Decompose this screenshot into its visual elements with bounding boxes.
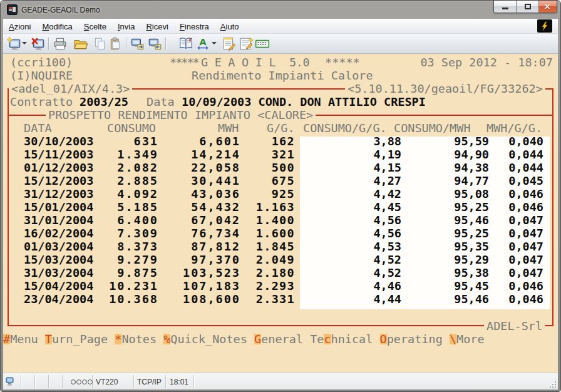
app-icon [7, 4, 18, 15]
table-cell: 162 [201, 135, 295, 148]
table-cell: 4,56 [307, 227, 401, 240]
dropdown-arrow-icon[interactable] [22, 42, 27, 44]
table-cell: 675 [201, 174, 295, 187]
table-cell: 1.400 [201, 214, 295, 227]
statusbar-separator [62, 375, 63, 388]
table-cell: 0,046 [450, 187, 543, 200]
toolbar-separator [48, 38, 49, 50]
table-cell: 0,047 [450, 253, 543, 266]
host-tag: <adel_01/AIX/4.3> [9, 82, 132, 95]
table-cell: 4,46 [307, 279, 401, 292]
dropdown-arrow-icon[interactable] [212, 42, 217, 44]
app-title: G E A O I L 5.0 [201, 56, 309, 69]
column-header: MWH [218, 121, 239, 135]
notepad-button[interactable] [221, 36, 236, 51]
new-terminal-icon [7, 36, 22, 51]
table-cell: 0,040 [450, 135, 543, 148]
menu-item-azioni[interactable]: Azioni [3, 19, 36, 34]
menu-item-scelte[interactable]: Scelte [78, 19, 112, 34]
table-cell: 6.400 [64, 214, 158, 227]
menu-item-finestra[interactable]: Finestra [174, 19, 215, 34]
table-cell: 1.163 [201, 200, 295, 214]
table-cell: 2.180 [201, 266, 295, 279]
menu-item-modifica[interactable]: Modifica [36, 19, 78, 34]
table-cell: 2.082 [64, 161, 158, 174]
function-key-hotkey: G [254, 333, 261, 346]
close-button[interactable]: ✕ [539, 1, 557, 13]
disconnect-button[interactable] [31, 36, 46, 51]
phone-book-button[interactable] [178, 36, 193, 51]
terminal-datetime: 03 Sep 2012 - 18:07 [420, 56, 553, 69]
function-key-prefix: Te [310, 333, 324, 346]
print-button[interactable] [53, 36, 68, 51]
time-label: 18:01 [170, 378, 188, 386]
paste-icon [108, 36, 123, 51]
emulation-label: VT220 [96, 378, 118, 386]
table-cell: 4,42 [307, 187, 401, 200]
maximize-button[interactable] [517, 1, 539, 13]
function-key-hotkey: % [163, 333, 170, 346]
function-key-label: Notes [121, 333, 157, 346]
table-cell: 500 [201, 161, 295, 174]
table-cell: 4,56 [307, 214, 401, 227]
minimize-button[interactable] [494, 1, 517, 13]
keyboard-map-icon [255, 36, 270, 51]
toolbar-separator [165, 38, 166, 50]
receive-from-host-button[interactable] [147, 36, 162, 51]
menu-item-aiuto[interactable]: Aiuto [215, 19, 245, 34]
receive-from-host-icon [147, 36, 162, 51]
keyboard-map-button[interactable] [255, 36, 270, 51]
maximize-icon [525, 4, 531, 9]
copy-icon [93, 36, 108, 51]
copy-button[interactable] [93, 36, 108, 51]
table-cell: 2.293 [201, 279, 295, 292]
table-cell: 5.185 [64, 200, 158, 214]
table-cell: 4,27 [307, 174, 401, 187]
connection-tag: <5.10.11.30/geaoil/FG/33262> [345, 82, 545, 95]
function-key-label: eneral [261, 333, 303, 346]
send-to-host-button[interactable] [130, 36, 145, 51]
function-key-label: urn_Page [52, 333, 108, 346]
column-header: G/G. [267, 121, 295, 135]
menu-bar: AzioniModificaScelteInviaRiceviFinestraA… [3, 19, 558, 34]
font-settings-button[interactable]: A [196, 36, 211, 51]
table-cell: 4.092 [64, 187, 158, 200]
table-cell: 4,53 [307, 240, 401, 253]
table-cell: 4,52 [307, 266, 401, 279]
font-settings-icon: A [196, 36, 211, 51]
table-cell: 631 [64, 135, 158, 148]
protocol-label: TCP/IP [137, 378, 162, 386]
minimize-icon [502, 8, 508, 9]
title-bar[interactable]: GEADE-GEAOIL Demo ✕ [1, 1, 560, 19]
table-cell: 9.875 [64, 266, 158, 279]
table-cell: 10.368 [64, 292, 158, 306]
banner-stars-left: ***** [170, 56, 198, 69]
inquire-mode: (I)NQUIRE [10, 69, 73, 82]
terminal-screen[interactable]: (ccri100)*****G E A O I L 5.0*****03 Sep… [3, 54, 558, 373]
menu-item-invia[interactable]: Invia [112, 19, 140, 34]
app-window: GEADE-GEAOIL Demo ✕ AzioniModificaScelte… [0, 0, 561, 392]
function-key-label: More [456, 333, 485, 346]
table-cell: 0,045 [450, 174, 543, 187]
new-terminal-button[interactable] [7, 36, 22, 51]
table-cell: 4,44 [307, 292, 401, 306]
status-bar: VT220TCP/IP18:01 [3, 373, 558, 389]
column-header: CONSUMO [107, 121, 156, 135]
menu-item-ricevi[interactable]: Ricevi [140, 19, 173, 34]
macro-button[interactable] [537, 19, 552, 33]
contract-value: 2003/25 [80, 95, 128, 108]
function-key-hotkey: \ [450, 333, 456, 346]
form-border-right [552, 88, 553, 326]
column-header: MWH/G/G. [486, 121, 542, 135]
section-title: PROSPETTO RENDIMENTO IMPIANTO <CALORE> [46, 108, 316, 121]
statusbar-separator [193, 375, 194, 388]
session-led [71, 379, 76, 384]
open-folder-button[interactable] [73, 36, 88, 51]
table-cell: 10.231 [64, 279, 158, 292]
function-key-bar: #Menu Turn_Page *Notes %Quick_Notes Gene… [3, 333, 485, 346]
statusbar-separator [165, 375, 166, 388]
form-border-bottom [8, 325, 553, 326]
resize-grip[interactable] [548, 380, 556, 388]
properties-button[interactable] [239, 36, 254, 51]
paste-button[interactable] [108, 36, 123, 51]
